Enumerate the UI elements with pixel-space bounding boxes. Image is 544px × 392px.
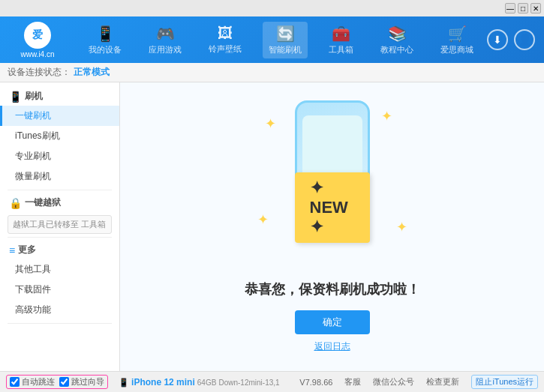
header: 爱 www.i4.cn 📱我的设备🎮应用游戏🖼铃声壁纸🔄智能刷机🧰工具箱📚教程中… <box>0 16 544 63</box>
nav-label-toolbox: 工具箱 <box>329 44 353 55</box>
sidebar-section-label-one-key-restore: 一键越狱 <box>25 196 61 209</box>
sidebar-section-one-key-restore: 🔒一键越狱 <box>0 193 119 212</box>
user-button[interactable]: 👤 <box>514 29 535 50</box>
device-storage: 64GB <box>197 379 217 387</box>
status-value: 正常模式 <box>74 66 110 79</box>
skip-wizard-checkbox[interactable]: 跳过向导 <box>59 376 104 388</box>
title-bar: — □ ✕ <box>0 0 544 16</box>
nav-label-tutorial: 教程中心 <box>380 44 413 55</box>
main-layout: 📱刷机一键刷机iTunes刷机专业刷机微量刷机🔒一键越狱越狱工具已转移至 工具箱… <box>0 82 544 371</box>
download-button[interactable]: ⬇ <box>487 29 508 50</box>
nav-item-apps-games[interactable]: 🎮应用游戏 <box>143 22 188 58</box>
nav-icon-mall: 🛒 <box>448 25 467 43</box>
content-area: ✦ NEW ✦ ✦ ✦ ✦ ✦ 恭喜您，保资料刷机成功啦！ 确定 返回日志 <box>120 82 544 371</box>
back-link[interactable]: 返回日志 <box>314 340 350 353</box>
logo-icon: 爱 <box>24 22 51 49</box>
sidebar-item-brush-flash[interactable]: 微量刷机 <box>0 166 119 187</box>
nav-items: 📱我的设备🎮应用游戏🖼铃声壁纸🔄智能刷机🧰工具箱📚教程中心🛒爱思商城 <box>75 22 487 58</box>
logo-area[interactable]: 爱 www.i4.cn <box>0 22 75 58</box>
nav-item-smart-flash[interactable]: 🔄智能刷机 <box>263 22 308 58</box>
close-button[interactable]: ✕ <box>530 3 541 13</box>
sparkle-2: ✦ <box>381 108 392 124</box>
sidebar-item-other-tools[interactable]: 其他工具 <box>0 259 119 280</box>
device-name: iPhone 12 mini <box>131 377 195 388</box>
device-version: Down-12mini-13,1 <box>218 379 279 387</box>
nav-label-wallpaper: 铃声壁纸 <box>209 43 242 55</box>
nav-icon-my-device: 📱 <box>96 25 115 43</box>
status-bar: 设备连接状态： 正常模式 <box>0 63 544 82</box>
nav-item-tutorial[interactable]: 📚教程中心 <box>374 22 419 58</box>
logo-subtext: www.i4.cn <box>20 50 54 58</box>
device-icon: 📱 <box>119 378 131 387</box>
skip-wizard-label: 跳过向导 <box>71 376 104 388</box>
minimize-button[interactable]: — <box>505 3 515 13</box>
nav-item-my-device[interactable]: 📱我的设备 <box>83 22 128 58</box>
bottom-right: V7.98.66 客服 微信公众号 检查更新 阻止iTunes运行 <box>299 375 538 389</box>
success-text: 恭喜您，保资料刷机成功啦！ <box>245 280 420 298</box>
auto-jump-input[interactable] <box>10 377 20 387</box>
maximize-button[interactable]: □ <box>518 3 528 13</box>
sidebar-icon-more: ≡ <box>9 244 15 256</box>
nav-label-my-device: 我的设备 <box>89 44 122 55</box>
new-ribbon: ✦ NEW ✦ <box>295 172 370 243</box>
wechat-link[interactable]: 微信公众号 <box>373 376 414 388</box>
nav-label-apps-games: 应用游戏 <box>149 44 182 55</box>
sidebar-section-label-flash: 刷机 <box>25 90 43 103</box>
sidebar-item-download-firmware[interactable]: 下载固件 <box>0 280 119 300</box>
sidebar-divider-one-key-restore <box>8 237 112 238</box>
nav-item-toolbox[interactable]: 🧰工具箱 <box>323 22 359 58</box>
confirm-button[interactable]: 确定 <box>295 310 370 334</box>
sidebar-item-advanced[interactable]: 高级功能 <box>0 300 119 320</box>
version-label: V7.98.66 <box>299 378 332 387</box>
success-illustration: ✦ NEW ✦ ✦ ✦ ✦ ✦ <box>257 100 407 265</box>
nav-item-mall[interactable]: 🛒爱思商城 <box>434 22 479 58</box>
sidebar-item-itunes-flash[interactable]: iTunes刷机 <box>0 126 119 146</box>
nav-icon-tutorial: 📚 <box>388 25 407 43</box>
check-update-link[interactable]: 检查更新 <box>426 376 459 388</box>
sparkle-1: ✦ <box>265 115 276 132</box>
customer-service-link[interactable]: 客服 <box>344 376 361 388</box>
sparkle-3: ✦ <box>257 211 269 228</box>
status-label: 设备连接状态： <box>8 66 71 79</box>
nav-icon-smart-flash: 🔄 <box>276 25 295 43</box>
device-info: 📱 iPhone 12 mini 64GB Down-12mini-13,1 <box>119 377 280 388</box>
nav-label-smart-flash: 智能刷机 <box>269 44 302 55</box>
sidebar-icon-flash: 📱 <box>9 91 22 103</box>
no-itunes-label: 阻止iTunes运行 <box>476 376 533 388</box>
nav-right: ⬇ 👤 <box>487 29 544 50</box>
nav-icon-apps-games: 🎮 <box>156 25 175 43</box>
sidebar-icon-one-key-restore: 🔒 <box>9 197 22 209</box>
nav-icon-wallpaper: 🖼 <box>218 25 233 42</box>
auto-jump-checkbox[interactable]: 自动跳连 <box>10 376 55 388</box>
bottom-bar: 自动跳连 跳过向导 📱 iPhone 12 mini 64GB Down-12m… <box>0 371 544 392</box>
bottom-left: 自动跳连 跳过向导 📱 iPhone 12 mini 64GB Down-12m… <box>6 375 299 389</box>
sidebar-section-flash: 📱刷机 <box>0 87 119 106</box>
sidebar-section-more: ≡更多 <box>0 241 119 259</box>
skip-wizard-input[interactable] <box>59 377 69 387</box>
no-itunes-button[interactable]: 阻止iTunes运行 <box>471 375 538 389</box>
sidebar-divider-more <box>8 323 112 324</box>
nav-icon-toolbox: 🧰 <box>332 25 350 43</box>
sidebar-section-label-more: 更多 <box>18 244 36 256</box>
sparkle-4: ✦ <box>396 219 407 235</box>
nav-item-wallpaper[interactable]: 🖼铃声壁纸 <box>203 22 248 58</box>
sidebar-item-pro-flash[interactable]: 专业刷机 <box>0 146 119 166</box>
nav-label-mall: 爱思商城 <box>440 44 473 55</box>
checkbox-group: 自动跳连 跳过向导 <box>6 375 108 389</box>
sidebar-notice-one-key-restore: 越狱工具已转移至 工具箱 <box>8 215 112 234</box>
sidebar-item-one-key-flash[interactable]: 一键刷机 <box>0 106 119 126</box>
auto-jump-label: 自动跳连 <box>22 376 55 388</box>
sidebar-divider-flash <box>8 190 112 190</box>
sidebar: 📱刷机一键刷机iTunes刷机专业刷机微量刷机🔒一键越狱越狱工具已转移至 工具箱… <box>0 82 120 371</box>
